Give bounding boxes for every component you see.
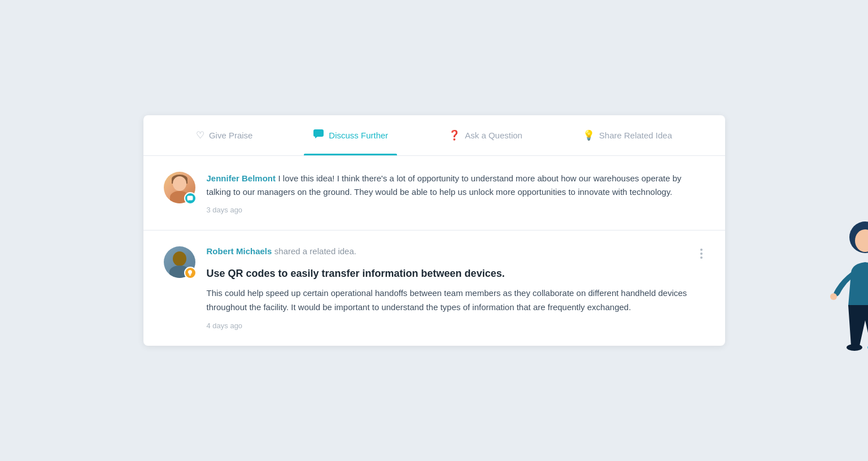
author-name-jennifer: Jennifer Belmont — [207, 173, 276, 183]
tab-share-idea-label: Share Related Idea — [599, 131, 672, 140]
author-name-robert: Robert Michaels — [207, 246, 272, 256]
character-illustration — [823, 210, 868, 357]
tab-discuss-further[interactable]: Discuss Further — [304, 115, 397, 155]
praise-icon: ♡ — [196, 129, 204, 141]
outer-wrapper: ♡ Give Praise Discuss Further ❓ Ask a Qu… — [34, 115, 834, 346]
svg-point-9 — [830, 293, 837, 300]
comment-robert: Robert Michaels shared a related idea. U… — [143, 230, 725, 346]
tab-give-praise-label: Give Praise — [209, 131, 253, 140]
comment-header-robert: Robert Michaels shared a related idea. — [207, 246, 356, 256]
avatar-jennifer-wrapper — [164, 172, 195, 203]
svg-point-2 — [188, 270, 192, 274]
tab-ask-question[interactable]: ❓ Ask a Question — [439, 115, 531, 155]
comment-body-robert: Robert Michaels shared a related idea. U… — [207, 246, 705, 330]
tab-ask-question-label: Ask a Question — [465, 131, 522, 140]
main-card: ♡ Give Praise Discuss Further ❓ Ask a Qu… — [143, 115, 725, 346]
comment-body-jennifer: Jennifer Belmont I love this idea! I thi… — [207, 172, 705, 214]
svg-rect-1 — [187, 196, 193, 201]
question-icon: ❓ — [448, 129, 460, 141]
comment-header-jennifer: Jennifer Belmont I love this idea! I thi… — [207, 172, 705, 199]
idea-icon: 💡 — [583, 129, 595, 141]
comment-text-jennifer: I love this idea! I think there's a lot … — [207, 173, 682, 197]
svg-rect-4 — [189, 275, 191, 276]
badge-idea-robert — [184, 267, 197, 279]
svg-point-7 — [847, 344, 862, 351]
comment-jennifer: Jennifer Belmont I love this idea! I thi… — [143, 156, 725, 230]
comment-timestamp-jennifer: 3 days ago — [207, 206, 705, 214]
tab-bar: ♡ Give Praise Discuss Further ❓ Ask a Qu… — [143, 115, 725, 156]
svg-rect-3 — [189, 274, 191, 275]
idea-body-robert: This could help speed up certain operati… — [207, 286, 705, 315]
comment-top-robert: Robert Michaels shared a related idea. — [207, 246, 705, 261]
discuss-icon — [313, 129, 324, 142]
tab-share-idea[interactable]: 💡 Share Related Idea — [574, 115, 681, 155]
tab-give-praise[interactable]: ♡ Give Praise — [187, 115, 262, 155]
idea-title-robert: Use QR codes to easily transfer informat… — [207, 267, 705, 281]
comment-timestamp-robert: 4 days ago — [207, 321, 705, 330]
tab-discuss-further-label: Discuss Further — [329, 131, 388, 140]
svg-rect-0 — [313, 129, 324, 137]
shared-action-robert: shared a related idea. — [274, 246, 356, 256]
badge-discuss-jennifer — [184, 192, 197, 205]
more-options-button[interactable] — [698, 246, 705, 261]
avatar-robert-wrapper — [164, 246, 195, 278]
